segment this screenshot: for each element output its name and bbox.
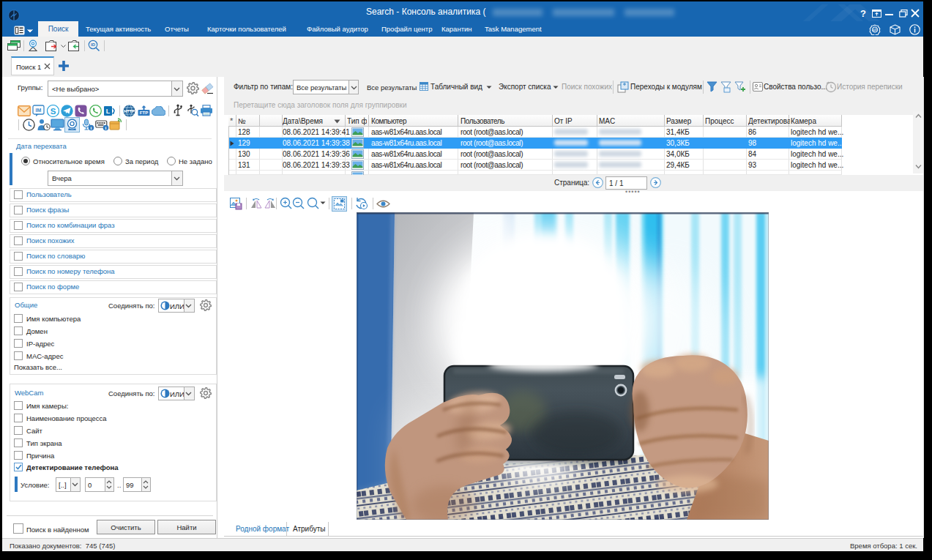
svg-text:L: L <box>106 108 111 115</box>
svg-text:S: S <box>51 107 56 116</box>
svg-text:i: i <box>91 125 92 130</box>
svg-text:FTP: FTP <box>140 111 148 115</box>
svg-text:i: i <box>105 125 107 130</box>
svg-text:API: API <box>872 29 877 32</box>
svg-text:ID: ID <box>91 42 96 47</box>
svg-text:HTTP: HTTP <box>124 109 135 113</box>
svg-text:IM: IM <box>36 108 42 113</box>
